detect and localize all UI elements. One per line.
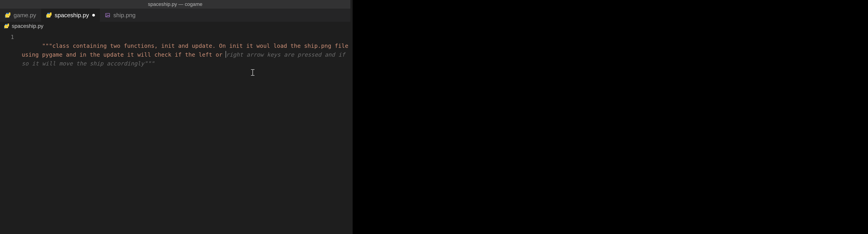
svg-point-1 [8,16,9,17]
tab-spaceship-py[interactable]: spaceship.py [41,8,100,22]
svg-point-3 [49,16,50,17]
tab-bar: game.py spaceship.py ship.png [0,8,350,22]
python-icon [4,24,9,29]
image-icon [105,12,110,18]
tab-game-py[interactable]: game.py [0,8,41,22]
code-editor[interactable]: """class containing two functions, init … [22,30,350,77]
svg-point-7 [7,27,7,28]
svg-point-2 [48,14,49,14]
tab-label: ship.png [114,12,135,19]
breadcrumb[interactable]: spaceship.py [0,22,350,30]
window-title: spaceship.py — cogame [148,1,203,7]
python-icon [5,12,10,18]
svg-point-6 [5,24,6,25]
line-number: 1 [0,33,14,42]
python-icon [46,12,52,18]
right-black-panel [352,0,868,234]
tab-label: game.py [13,12,36,19]
line-number-gutter: 1 [0,30,22,77]
svg-point-5 [106,14,107,15]
editor-area: 1 """class containing two functions, ini… [0,30,350,77]
tab-ship-png[interactable]: ship.png [100,8,141,22]
window-titlebar: spaceship.py — cogame [0,0,350,8]
tab-label: spaceship.py [55,12,89,19]
breadcrumb-file: spaceship.py [12,23,43,29]
dirty-indicator-icon [92,14,95,17]
svg-point-0 [6,14,7,14]
